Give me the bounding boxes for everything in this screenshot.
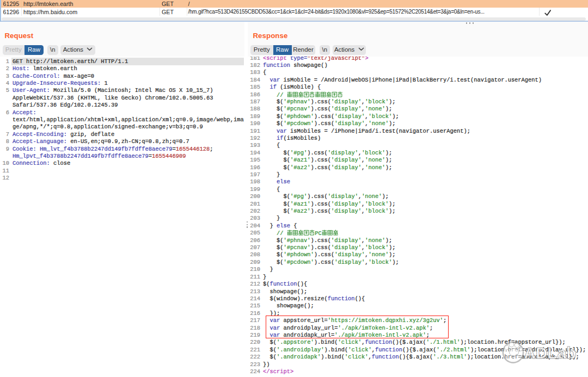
svg-text:ADLab: ADLab	[524, 344, 577, 362]
